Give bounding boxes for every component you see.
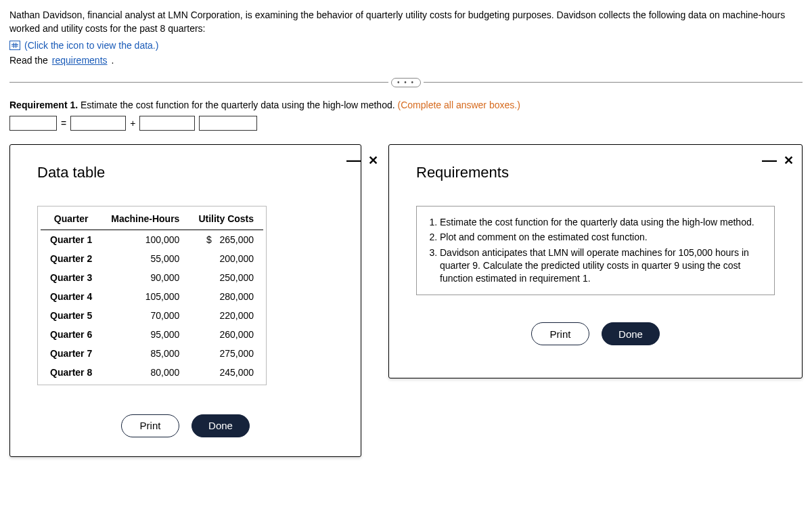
- col-machine-hours: Machine-Hours: [102, 209, 189, 230]
- col-quarter: Quarter: [41, 209, 102, 230]
- requirement-item: Estimate the cost function for the quart…: [440, 216, 765, 229]
- requirement-1-heading: Requirement 1. Estimate the cost functio…: [9, 100, 803, 110]
- view-data-row: (Click the icon to view the data.): [9, 40, 803, 51]
- table-row: Quarter 570,000220,000: [41, 306, 263, 325]
- cell-quarter: Quarter 3: [41, 268, 102, 287]
- minimize-icon[interactable]: —: [762, 157, 777, 164]
- view-data-link[interactable]: (Click the icon to view the data.): [24, 40, 158, 51]
- equation-input-var1[interactable]: [139, 116, 195, 131]
- close-icon[interactable]: ✕: [784, 153, 794, 168]
- cell-machine-hours: 80,000: [102, 363, 189, 382]
- equals-sign: =: [61, 118, 66, 129]
- table-row: Quarter 1100,000$ 265,000: [41, 230, 263, 249]
- table-row: Quarter 695,000260,000: [41, 325, 263, 344]
- table-row: Quarter 880,000245,000: [41, 363, 263, 382]
- table-icon[interactable]: [9, 41, 20, 50]
- cell-machine-hours: 90,000: [102, 268, 189, 287]
- requirement-item: Plot and comment on the estimated cost f…: [440, 231, 765, 244]
- cell-machine-hours: 55,000: [102, 249, 189, 268]
- minimize-icon[interactable]: —: [346, 157, 361, 164]
- cell-quarter: Quarter 7: [41, 344, 102, 363]
- data-table: Quarter Machine-Hours Utility Costs Quar…: [41, 209, 263, 382]
- data-table-panel: — ✕ Data table Quarter Machine-Hours Uti…: [9, 144, 361, 457]
- requirements-link[interactable]: requirements: [52, 55, 108, 66]
- problem-intro: Nathan Davidson, financial analyst at LM…: [9, 8, 803, 36]
- complete-hint: (Complete all answer boxes.): [398, 100, 520, 110]
- read-requirements-row: Read the requirements.: [9, 55, 803, 66]
- cell-machine-hours: 70,000: [102, 306, 189, 325]
- data-panel-title: Data table: [37, 164, 334, 181]
- plus-sign: +: [130, 118, 135, 129]
- cell-utility-cost: 220,000: [189, 306, 263, 325]
- cell-machine-hours: 85,000: [102, 344, 189, 363]
- requirement-item: Davidson anticipates that LMN will opera…: [440, 246, 765, 285]
- table-row: Quarter 785,000275,000: [41, 344, 263, 363]
- cell-utility-cost: $ 265,000: [189, 230, 263, 249]
- cell-quarter: Quarter 5: [41, 306, 102, 325]
- print-button[interactable]: Print: [531, 322, 589, 345]
- divider-ellipsis-icon[interactable]: • • •: [391, 78, 421, 87]
- requirement-1-label: Requirement 1.: [9, 100, 78, 110]
- cell-quarter: Quarter 2: [41, 249, 102, 268]
- cell-quarter: Quarter 8: [41, 363, 102, 382]
- cell-quarter: Quarter 4: [41, 287, 102, 306]
- cell-utility-cost: 250,000: [189, 268, 263, 287]
- equation-input-fixed[interactable]: [70, 116, 126, 131]
- equation-row: = +: [9, 116, 803, 131]
- requirements-box: Estimate the cost function for the quart…: [416, 206, 775, 295]
- cell-machine-hours: 95,000: [102, 325, 189, 344]
- divider: • • •: [9, 78, 803, 87]
- cell-machine-hours: 100,000: [102, 230, 189, 249]
- data-table-box: Quarter Machine-Hours Utility Costs Quar…: [37, 206, 267, 385]
- table-row: Quarter 255,000200,000: [41, 249, 263, 268]
- table-row: Quarter 4105,000280,000: [41, 287, 263, 306]
- close-icon[interactable]: ✕: [368, 153, 378, 168]
- read-prefix: Read the: [9, 55, 48, 66]
- requirements-panel: — ✕ Requirements Estimate the cost funct…: [388, 144, 803, 378]
- cell-machine-hours: 105,000: [102, 287, 189, 306]
- cell-quarter: Quarter 1: [41, 230, 102, 249]
- cell-quarter: Quarter 6: [41, 325, 102, 344]
- equation-input-lhs[interactable]: [9, 116, 57, 131]
- cell-utility-cost: 260,000: [189, 325, 263, 344]
- done-button[interactable]: Done: [191, 414, 250, 437]
- print-button[interactable]: Print: [121, 414, 179, 437]
- svg-rect-0: [12, 43, 18, 48]
- requirement-1-text: Estimate the cost function for the quart…: [78, 100, 397, 110]
- table-row: Quarter 390,000250,000: [41, 268, 263, 287]
- requirements-period: .: [112, 55, 114, 66]
- requirements-panel-title: Requirements: [416, 164, 775, 181]
- equation-input-var2[interactable]: [199, 116, 257, 131]
- done-button[interactable]: Done: [602, 322, 660, 345]
- cell-utility-cost: 280,000: [189, 287, 263, 306]
- cell-utility-cost: 275,000: [189, 344, 263, 363]
- cell-utility-cost: 200,000: [189, 249, 263, 268]
- col-utility-costs: Utility Costs: [189, 209, 263, 230]
- cell-utility-cost: 245,000: [189, 363, 263, 382]
